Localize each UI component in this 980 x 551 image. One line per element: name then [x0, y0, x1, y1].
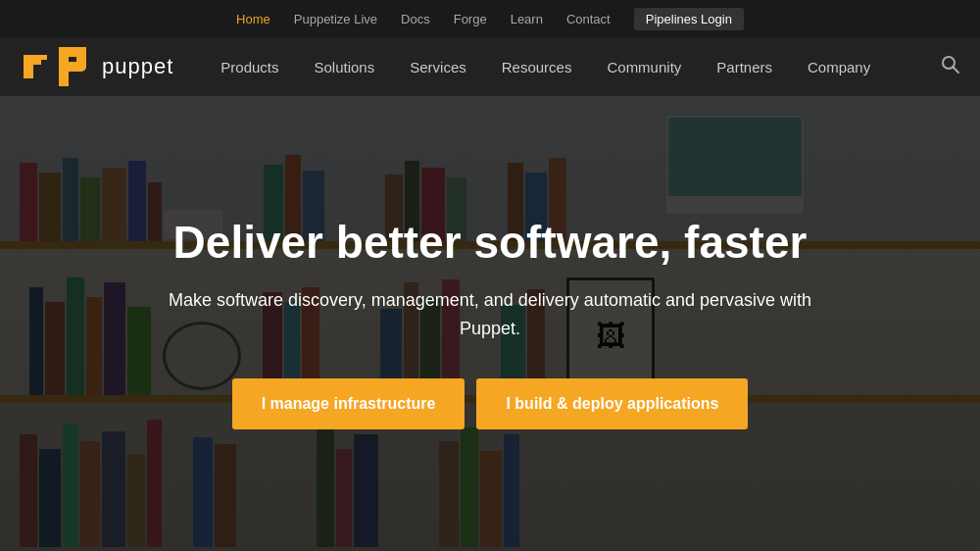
topbar-link-forge[interactable]: Forge: [454, 12, 487, 26]
search-icon[interactable]: [941, 55, 960, 79]
topbar-link-learn[interactable]: Learn: [511, 12, 543, 26]
logo[interactable]: puppet: [20, 47, 173, 86]
nav-link-partners[interactable]: Partners: [699, 37, 790, 96]
pipelines-login-button[interactable]: Pipelines Login: [634, 8, 744, 30]
nav-link-products[interactable]: Products: [203, 37, 296, 96]
manage-infrastructure-button[interactable]: I manage infrastructure: [232, 378, 466, 430]
nav-link-solutions[interactable]: Solutions: [297, 37, 393, 96]
topbar-link-puppetize[interactable]: Puppetize Live: [294, 12, 377, 26]
logo-text: puppet: [102, 54, 173, 79]
main-navigation: puppet Products Solutions Services Resou…: [0, 37, 980, 96]
topbar-link-docs[interactable]: Docs: [401, 12, 430, 26]
top-bar: Home Puppetize Live Docs Forge Learn Con…: [0, 0, 980, 37]
hero-buttons: I manage infrastructure I build & deploy…: [147, 378, 833, 430]
svg-line-11: [954, 67, 959, 73]
topbar-link-home[interactable]: Home: [236, 12, 270, 26]
build-deploy-applications-button[interactable]: I build & deploy applications: [476, 378, 748, 430]
nav-link-services[interactable]: Services: [392, 37, 484, 96]
nav-link-community[interactable]: Community: [589, 37, 699, 96]
nav-links: Products Solutions Services Resources Co…: [203, 37, 941, 96]
hero-content: Deliver better software, faster Make sof…: [88, 218, 892, 430]
hero-section: 🖼 Deliver better software, fas: [0, 96, 980, 551]
topbar-link-contact[interactable]: Contact: [566, 12, 611, 26]
svg-rect-9: [76, 47, 86, 72]
puppet-logo-mark: [59, 47, 94, 86]
svg-rect-5: [24, 55, 43, 60]
nav-link-company[interactable]: Company: [790, 37, 888, 96]
puppet-logo-icon: [20, 51, 51, 82]
hero-title: Deliver better software, faster: [147, 218, 833, 268]
hero-subtitle: Make software discovery, management, and…: [147, 286, 833, 343]
nav-link-resources[interactable]: Resources: [484, 37, 590, 96]
